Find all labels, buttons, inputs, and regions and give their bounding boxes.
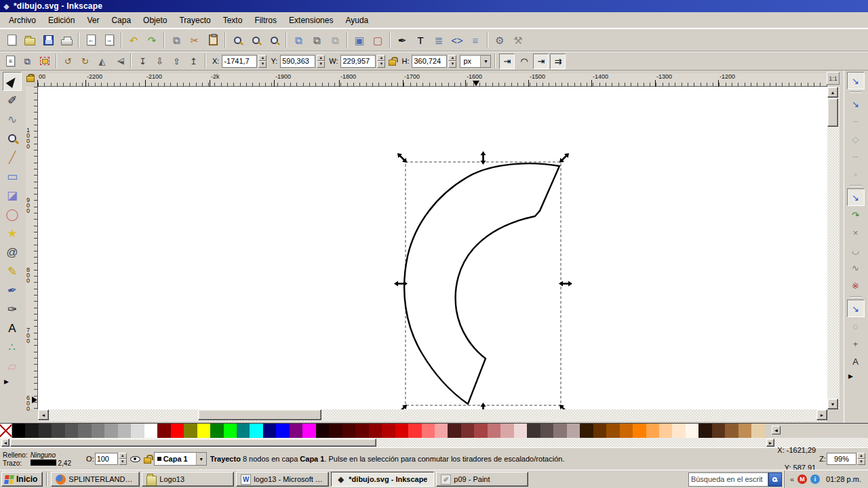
color-swatch[interactable] [144,424,157,438]
swatch-none[interactable] [0,424,12,438]
scroll-right-button[interactable]: ► [816,409,827,420]
palette-scroll-left-button[interactable]: ◄ [1,439,9,447]
color-swatch[interactable] [12,424,25,438]
text-tool-button[interactable]: A [3,319,22,338]
pencil-tool-button[interactable]: ✎ [3,262,22,281]
color-swatch[interactable] [184,424,197,438]
color-swatch[interactable] [672,424,685,438]
horizontal-ruler[interactable]: 00-2200-2100-2k-1900-1800-1700-1600-1500… [38,73,827,87]
color-swatch[interactable] [659,424,672,438]
color-swatch[interactable] [65,424,78,438]
color-swatch[interactable] [540,424,553,438]
snap-nodes-button[interactable]: ↘ [847,188,865,206]
x-spinner[interactable]: ▲▼ [258,55,267,68]
ungroup-button[interactable]: ▢ [369,31,387,49]
color-swatch[interactable] [329,424,342,438]
h-spinner[interactable]: ▲▼ [448,55,456,68]
move-gradients-toggle-button[interactable]: ⇥ [533,54,549,69]
lower-to-bottom-button[interactable]: ↧ [135,54,151,69]
menu-archivo[interactable]: Archivo [3,14,42,27]
menu-ver[interactable]: Ver [81,14,105,27]
color-swatch[interactable] [488,424,500,438]
select-all-button[interactable]: ≡ [3,54,18,69]
snap-others-button[interactable]: ↘ [847,300,865,317]
duplicate-button[interactable]: ⧉ [290,31,307,49]
zoom-selection-button[interactable] [229,31,246,49]
zoom-lock-button[interactable]: 1:1 [827,72,840,85]
zoom-field[interactable]: 99% [827,453,856,465]
zoom-drawing-button[interactable] [247,31,264,49]
export-button[interactable]: → [100,31,118,49]
scale-corners-toggle-button[interactable]: ◠ [516,54,532,69]
flip-horizontal-button[interactable]: ◭ [94,54,110,69]
color-swatch[interactable] [250,424,262,438]
ellipse-tool-button[interactable]: ◯ [3,205,22,224]
snap-object-centers-button[interactable]: ◌ [847,317,865,335]
selector-tool-button[interactable] [3,72,22,91]
color-swatch[interactable] [646,424,659,438]
color-swatch[interactable] [738,424,751,438]
pen-tool-button[interactable]: ✒ [3,281,22,300]
color-swatch[interactable] [500,424,513,438]
xml-editor-button[interactable]: <> [448,31,466,49]
spiral-tool-button[interactable]: @ [3,243,22,262]
import-button[interactable]: ← [82,31,100,49]
snap-bbox-edge-midpoints-button[interactable]: ╌ [847,148,865,165]
scroll-down-button[interactable]: ▼ [827,399,838,409]
scale-handle[interactable] [395,403,409,409]
color-swatch[interactable] [633,424,646,438]
scale-handle[interactable] [395,151,409,165]
color-swatch[interactable] [382,424,395,438]
fill-stroke-dialog-button[interactable]: ✒ [393,31,411,49]
snap-cusp-nodes-button[interactable]: ◡ [847,241,865,259]
scale-handle[interactable] [481,403,486,409]
menu-filtros[interactable]: Filtros [248,14,283,27]
y-field[interactable]: 590,363 [280,55,315,68]
preferences-button[interactable]: ⚒ [509,31,527,49]
color-swatch[interactable] [408,424,421,438]
color-swatch[interactable] [435,424,448,438]
gmail-tray-icon[interactable]: M [797,474,807,484]
color-swatch[interactable] [369,424,382,438]
color-swatch[interactable] [210,424,223,438]
toolbox-overflow-arrow[interactable]: ▶ [4,378,9,385]
color-swatch[interactable] [171,424,184,438]
color-swatch[interactable] [712,424,725,438]
menu-ayuda[interactable]: Ayuda [339,14,374,27]
raise-to-top-button[interactable]: ↥ [186,54,201,69]
scale-handle[interactable] [557,403,571,409]
color-swatch[interactable] [290,424,302,438]
cut-button[interactable]: ✂ [186,31,203,49]
color-swatch[interactable] [104,424,117,438]
task-inkscape[interactable]: ◆*dibujo.svg - Inkscape [331,472,434,487]
menu-extensiones[interactable]: Extensiones [283,14,339,27]
snap-enable-button[interactable]: ↘ [847,72,865,89]
rectangle-tool-button[interactable]: ▭ [3,167,22,186]
color-swatch[interactable] [567,424,580,438]
rotate-ccw-button[interactable]: ↺ [60,54,76,69]
color-swatch[interactable] [751,424,764,438]
color-swatch[interactable] [25,424,38,438]
spray-tool-button[interactable]: ∴ [3,338,22,357]
snap-bbox-corners-button[interactable]: ◇ [847,130,865,148]
vertical-scrollbar[interactable]: ▲ ▼ [827,87,840,409]
color-swatch[interactable] [237,424,250,438]
snap-midpoints-button[interactable]: ※ [847,277,865,294]
zoom-spinner[interactable]: ▲▼ [857,453,865,465]
node-tool-button[interactable]: ✐ [3,91,22,110]
path-object[interactable] [404,163,559,404]
snap-path-intersections-button[interactable]: × [847,224,865,241]
move-patterns-toggle-button[interactable]: ⇉ [550,54,566,69]
paste-button[interactable] [204,31,222,49]
fill-value[interactable]: Ninguno [31,451,83,459]
color-swatch[interactable] [197,424,210,438]
opacity-spinner[interactable]: ▲▼ [119,453,127,465]
color-swatch[interactable] [131,424,144,438]
w-field[interactable]: 229,957 [340,55,376,68]
color-swatch[interactable] [39,424,52,438]
color-swatch[interactable] [620,424,633,438]
color-swatch[interactable] [92,424,104,438]
snap-bbox-button[interactable]: ↘ [847,95,865,113]
task-word[interactable]: Wlogo13 - Microsoft Word [236,472,329,487]
unlink-clone-button[interactable]: ⧉ [326,31,344,49]
